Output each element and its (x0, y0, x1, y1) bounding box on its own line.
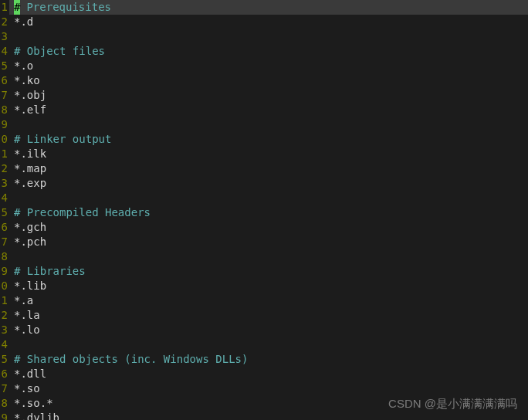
code-text: *.a (14, 294, 33, 307)
line-number: 2 (0, 161, 8, 176)
comment-text: # Shared objects (inc. Windows DLLs) (14, 353, 248, 365)
code-line[interactable]: *.obj (14, 88, 528, 103)
editor-content[interactable]: # Prerequisites*.d# Object files*.o*.ko*… (9, 0, 528, 420)
code-line[interactable]: *.map (14, 161, 528, 176)
code-text: *.gch (14, 221, 46, 233)
code-line[interactable]: # Precompiled Headers (14, 205, 528, 220)
line-number: 5 (0, 352, 8, 367)
code-line[interactable]: *.ko (14, 73, 528, 88)
line-number: 1 (0, 293, 8, 308)
code-line[interactable]: *.o (14, 59, 528, 73)
line-number: 2 (0, 15, 8, 29)
line-number: 7 (0, 88, 8, 103)
code-text: *.la (14, 309, 40, 321)
line-number: 6 (0, 220, 8, 235)
line-number: 0 (0, 279, 8, 293)
code-text: *.d (14, 15, 33, 28)
code-text: *.so.* (14, 397, 53, 409)
line-number: 3 (0, 323, 8, 337)
code-line[interactable]: *.a (14, 293, 528, 308)
code-text: *.dylib (14, 412, 59, 420)
code-line[interactable]: # Object files (14, 44, 528, 59)
code-line[interactable] (14, 337, 528, 352)
comment-text: Prerequisites (20, 1, 111, 13)
code-line[interactable]: *.pch (14, 235, 528, 249)
code-line[interactable]: *.gch (14, 220, 528, 235)
code-text: *.ko (14, 74, 40, 86)
line-number: 9 (0, 411, 8, 420)
code-line[interactable] (14, 191, 528, 205)
code-text: *.map (14, 162, 46, 174)
line-number: 9 (0, 117, 8, 132)
code-text: *.dll (14, 368, 46, 380)
code-line[interactable]: # Libraries (14, 264, 528, 279)
code-text: *.elf (14, 103, 46, 116)
code-text: *.exp (14, 177, 46, 189)
code-text: *.pch (14, 235, 46, 248)
line-number: 7 (0, 235, 8, 249)
code-line[interactable] (14, 117, 528, 132)
code-line[interactable]: *.elf (14, 103, 528, 117)
comment-text: # Linker output (14, 133, 111, 145)
line-number: 4 (0, 191, 8, 205)
code-line[interactable]: *.dll (14, 367, 528, 381)
code-line[interactable]: # Shared objects (inc. Windows DLLs) (14, 352, 528, 367)
line-number: 7 (0, 381, 8, 396)
code-text: *.o (14, 59, 33, 72)
code-line[interactable]: *.dylib (14, 411, 528, 420)
line-number: 2 (0, 308, 8, 323)
line-number: 4 (0, 44, 8, 59)
code-editor[interactable]: 12345678901234567890123456789 # Prerequi… (0, 0, 528, 420)
line-number: 5 (0, 205, 8, 220)
code-line[interactable]: *.so.* (14, 396, 528, 411)
comment-text: # Libraries (14, 265, 86, 277)
code-line[interactable] (14, 249, 528, 264)
code-line[interactable]: # Prerequisites (9, 0, 528, 15)
line-number: 8 (0, 396, 8, 411)
line-number: 8 (0, 103, 8, 117)
line-number: 4 (0, 337, 8, 352)
line-number: 0 (0, 132, 8, 147)
code-line[interactable]: *.lo (14, 323, 528, 337)
line-number: 5 (0, 59, 8, 73)
code-text: *.ilk (14, 147, 46, 160)
line-number: 6 (0, 367, 8, 381)
line-number: 8 (0, 249, 8, 264)
line-number: 3 (0, 29, 8, 44)
line-number: 1 (0, 147, 8, 161)
code-line[interactable]: *.d (14, 15, 528, 29)
code-text: *.lo (14, 323, 40, 336)
code-text: *.obj (14, 89, 46, 101)
code-line[interactable]: *.lib (14, 279, 528, 293)
code-text: *.so (14, 382, 40, 395)
line-number: 3 (0, 176, 8, 191)
line-number-gutter: 12345678901234567890123456789 (0, 0, 9, 420)
code-line[interactable] (14, 29, 528, 44)
comment-text: # Object files (14, 45, 105, 57)
line-number: 6 (0, 73, 8, 88)
code-line[interactable]: # Linker output (14, 132, 528, 147)
code-line[interactable]: *.so (14, 381, 528, 396)
code-line[interactable]: *.exp (14, 176, 528, 191)
line-number: 1 (0, 0, 8, 15)
line-number: 9 (0, 264, 8, 279)
code-line[interactable]: *.la (14, 308, 528, 323)
cursor: # (14, 0, 20, 15)
code-text: *.lib (14, 279, 46, 292)
code-line[interactable]: *.ilk (14, 147, 528, 161)
comment-text: # Precompiled Headers (14, 206, 151, 218)
